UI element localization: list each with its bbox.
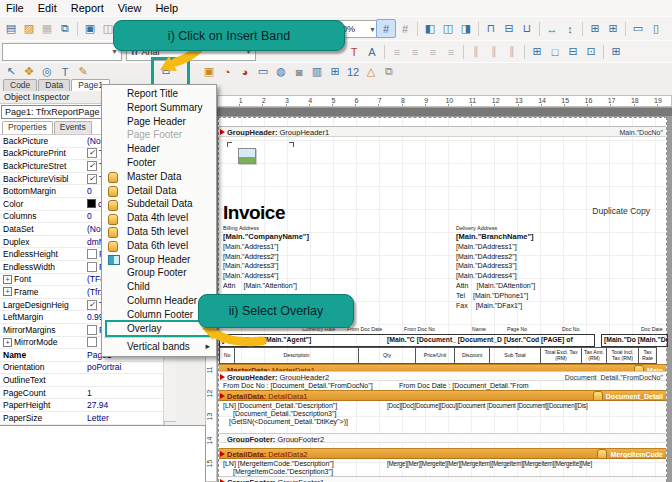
- text-rotation-45-icon[interactable]: ∥: [485, 43, 503, 60]
- fax-field[interactable]: [Main."DFax1"]: [476, 301, 523, 311]
- frame-inside-icon[interactable]: ⊟: [564, 43, 582, 60]
- toolbar-separator[interactable]: [603, 45, 604, 59]
- band-menu-item[interactable]: Subdetail Data: [102, 197, 216, 211]
- toolbar-separator[interactable]: [463, 45, 464, 59]
- frame-all-icon[interactable]: ⊞: [528, 43, 546, 60]
- address-field[interactable]: [Main."Address3"]: [223, 261, 309, 271]
- table-column-header[interactable]: Discount: [454, 347, 490, 364]
- chart-object-icon[interactable]: ▥: [308, 63, 326, 80]
- value-indicator-icon[interactable]: [87, 249, 97, 259]
- align-text-left-icon[interactable]: ≡: [388, 43, 406, 60]
- band-menu-item[interactable]: Report Summary: [102, 101, 216, 115]
- subreport-object-icon[interactable]: ⧉: [380, 63, 398, 80]
- band-menu-item[interactable]: Vertical bands: [102, 340, 216, 354]
- show-grid-icon[interactable]: #: [376, 19, 396, 38]
- selection-handle[interactable]: [289, 142, 294, 147]
- toolbar-separator[interactable]: [524, 45, 525, 59]
- band-menu-item[interactable]: Detail Data: [102, 184, 216, 198]
- address-field[interactable]: [Main."Address1"]: [223, 242, 309, 252]
- attention-field[interactable]: [Main."DAttention"]: [476, 281, 535, 291]
- value-indicator-icon[interactable]: [87, 337, 97, 347]
- align-bottom-icon[interactable]: ⊔: [518, 20, 536, 37]
- toolbar-separator[interactable]: [384, 45, 385, 59]
- menubar-item[interactable]: View: [118, 2, 142, 14]
- value-indicator-icon[interactable]: [87, 148, 97, 158]
- band-menu-item[interactable]: Child: [102, 280, 216, 294]
- space-vertically-icon[interactable]: ↕: [561, 20, 579, 37]
- band-menu-item[interactable]: Report Title: [102, 87, 216, 101]
- agent-fields[interactable]: [Main."Code [Main."Agent"]: [222, 335, 311, 345]
- merge-description3-field[interactable]: [MergeItemCode."Description3"]: [233, 468, 333, 475]
- menubar-item[interactable]: File: [6, 2, 24, 14]
- band-menu-item[interactable]: Data 5th level: [102, 225, 216, 239]
- highlight-color-icon[interactable]: A: [363, 43, 381, 60]
- center-vertically-icon[interactable]: ⊞: [604, 20, 622, 37]
- text-rotation-0-icon[interactable]: ∥: [467, 43, 485, 60]
- center-horizontally-icon[interactable]: ⊞: [586, 20, 604, 37]
- band-menu-item[interactable]: Group Footer: [102, 266, 216, 280]
- gauge-object-icon[interactable]: ◔: [218, 63, 236, 80]
- merge-amount-fields[interactable]: [Merge][Mer][MergeIte][Mer][MergeItem][M…: [387, 460, 592, 467]
- band-header-detaildata2[interactable]: DetailData: DetailData2 MergeItemCode: [219, 448, 666, 459]
- band-header-groupfooter2[interactable]: GroupFooter: GroupFooter2: [219, 433, 666, 443]
- expand-icon[interactable]: [3, 338, 12, 347]
- delivery-address-block[interactable]: Delivery Address [Main."BranchName"] [Ma…: [456, 224, 535, 310]
- band-menu-item[interactable]: Page Header: [102, 115, 216, 129]
- table-column-header[interactable]: Sub Total: [489, 347, 541, 364]
- justify-text-icon[interactable]: ≡: [442, 43, 460, 60]
- attention-field[interactable]: [Main."Attention"]: [243, 281, 297, 291]
- doc-ref-fields[interactable]: [Main."C [Document_ [Document_D [User."C…: [387, 335, 573, 345]
- toolbar-separator[interactable]: [77, 22, 78, 36]
- toolbar-separator[interactable]: [417, 22, 418, 36]
- menubar-item[interactable]: Edit: [38, 2, 57, 14]
- value-indicator-icon[interactable]: [87, 325, 97, 335]
- dial-object-icon[interactable]: ◕: [236, 63, 254, 80]
- address-field[interactable]: [Main."DAddress4"]: [456, 271, 535, 281]
- address-field[interactable]: [Main."DAddress3"]: [456, 261, 535, 271]
- from-doc-date-field[interactable]: From Doc Date : [Document_Detail."From: [399, 382, 529, 389]
- toolbar-separator[interactable]: [539, 22, 540, 36]
- band-menu-item[interactable]: Master Data: [102, 170, 216, 184]
- value-indicator-icon[interactable]: [87, 262, 97, 272]
- property-row[interactable]: PaperSize Letter: [0, 412, 176, 425]
- format-copy-tool-icon[interactable]: ✎: [74, 63, 92, 80]
- object-inspector-tab[interactable]: Properties: [2, 121, 53, 134]
- band-menu-item[interactable]: Header: [102, 142, 216, 156]
- branch-name-field[interactable]: [Main."BranchName"]: [456, 232, 535, 242]
- open-report-icon[interactable]: ▨: [20, 20, 38, 37]
- company-name-field[interactable]: [Main."CompanyName"]: [223, 232, 309, 242]
- object-select[interactable]: ▼: [2, 43, 122, 61]
- new-page-icon[interactable]: ▣: [81, 20, 99, 37]
- value-indicator-icon[interactable]: [87, 300, 97, 310]
- shape-object-icon[interactable]: ▭: [254, 63, 272, 80]
- band-menu-item[interactable]: Group Header: [102, 253, 216, 267]
- toolbar-separator[interactable]: [625, 22, 626, 36]
- toolbar-separator[interactable]: [582, 22, 583, 36]
- select-tool-icon[interactable]: ↖: [2, 63, 20, 80]
- doc-info-fields-box[interactable]: [Main."Code [Main."Agent"] [Main."C [Doc…: [219, 334, 595, 347]
- duplicate-copy-text-object[interactable]: Duplicate Copy: [592, 206, 650, 216]
- align-middle-icon[interactable]: ⊟: [500, 20, 518, 37]
- invoice-title-text-object[interactable]: Invoice: [223, 202, 285, 224]
- value-indicator-icon[interactable]: [87, 199, 96, 208]
- object-inspector-tab[interactable]: Events: [54, 121, 92, 134]
- toolbar-separator[interactable]: [478, 22, 479, 36]
- detail-amount-fields[interactable]: [Doc][Doc][Docume][Docu][Document [Docum…: [387, 402, 588, 409]
- page-number-object-icon[interactable]: 12: [344, 63, 362, 80]
- address-field[interactable]: [Main."DAddress1"]: [456, 242, 535, 252]
- band-header-detaildata1[interactable]: DetailData: DetailData1 Document_Detail: [219, 390, 666, 401]
- same-width-icon[interactable]: ▭: [629, 20, 647, 37]
- expand-icon[interactable]: [3, 275, 12, 284]
- align-text-center-icon[interactable]: ≡: [406, 43, 424, 60]
- align-to-grid-icon[interactable]: #: [396, 20, 414, 37]
- align-text-right-icon[interactable]: ≡: [424, 43, 442, 60]
- hand-tool-icon[interactable]: ✥: [20, 63, 38, 80]
- table-object-icon[interactable]: ⊞: [326, 63, 344, 80]
- band-header-groupheader1[interactable]: GroupHeader: GroupHeader1 Main."DocNo": [219, 126, 666, 137]
- property-row[interactable]: PageCount 1: [0, 387, 176, 400]
- align-center-icon[interactable]: ◫: [439, 20, 457, 37]
- web-object-icon[interactable]: ◍: [272, 63, 290, 80]
- preview-icon[interactable]: ⧉: [56, 20, 74, 37]
- align-top-icon[interactable]: ⊓: [482, 20, 500, 37]
- picture-object-icon[interactable]: ▣: [200, 63, 218, 80]
